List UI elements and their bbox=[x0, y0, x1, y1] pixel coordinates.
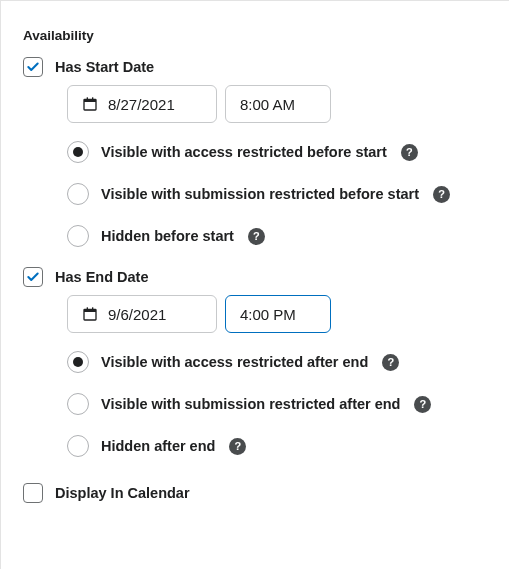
has-start-date-label: Has Start Date bbox=[55, 59, 154, 75]
end-option-submission-restricted-label: Visible with submission restricted after… bbox=[101, 396, 400, 412]
end-option-access-restricted: Visible with access restricted after end… bbox=[67, 351, 487, 373]
end-visibility-options: Visible with access restricted after end… bbox=[67, 351, 487, 457]
svg-rect-3 bbox=[92, 97, 93, 100]
end-option-hidden-radio[interactable] bbox=[67, 435, 89, 457]
end-date-value: 9/6/2021 bbox=[108, 306, 166, 323]
help-icon[interactable]: ? bbox=[229, 438, 246, 455]
end-time-input[interactable]: 4:00 PM bbox=[225, 295, 331, 333]
svg-rect-2 bbox=[87, 97, 88, 100]
svg-rect-1 bbox=[84, 99, 96, 102]
start-option-access-restricted-radio[interactable] bbox=[67, 141, 89, 163]
start-time-value: 8:00 AM bbox=[240, 96, 295, 113]
calendar-icon bbox=[82, 306, 98, 322]
svg-rect-6 bbox=[87, 307, 88, 310]
start-option-access-restricted: Visible with access restricted before st… bbox=[67, 141, 487, 163]
end-date-inputs: 9/6/2021 4:00 PM bbox=[67, 295, 487, 333]
start-time-input[interactable]: 8:00 AM bbox=[225, 85, 331, 123]
has-end-date-row: Has End Date bbox=[23, 267, 487, 287]
availability-panel: Availability Has Start Date 8/27/2021 8:… bbox=[0, 0, 509, 569]
checkmark-icon bbox=[26, 60, 40, 74]
display-in-calendar-row: Display In Calendar bbox=[23, 483, 487, 503]
end-option-submission-restricted: Visible with submission restricted after… bbox=[67, 393, 487, 415]
end-time-value: 4:00 PM bbox=[240, 306, 296, 323]
end-option-access-restricted-label: Visible with access restricted after end bbox=[101, 354, 368, 370]
start-date-inputs: 8/27/2021 8:00 AM bbox=[67, 85, 487, 123]
start-option-hidden-label: Hidden before start bbox=[101, 228, 234, 244]
start-option-submission-restricted-radio[interactable] bbox=[67, 183, 89, 205]
start-option-hidden: Hidden before start ? bbox=[67, 225, 487, 247]
start-option-access-restricted-label: Visible with access restricted before st… bbox=[101, 144, 387, 160]
help-icon[interactable]: ? bbox=[433, 186, 450, 203]
svg-rect-7 bbox=[92, 307, 93, 310]
has-end-date-checkbox[interactable] bbox=[23, 267, 43, 287]
section-title: Availability bbox=[23, 28, 487, 43]
has-end-date-label: Has End Date bbox=[55, 269, 148, 285]
has-start-date-checkbox[interactable] bbox=[23, 57, 43, 77]
start-date-input[interactable]: 8/27/2021 bbox=[67, 85, 217, 123]
start-option-hidden-radio[interactable] bbox=[67, 225, 89, 247]
end-option-hidden: Hidden after end ? bbox=[67, 435, 487, 457]
end-option-access-restricted-radio[interactable] bbox=[67, 351, 89, 373]
calendar-icon bbox=[82, 96, 98, 112]
end-option-hidden-label: Hidden after end bbox=[101, 438, 215, 454]
help-icon[interactable]: ? bbox=[382, 354, 399, 371]
start-date-value: 8/27/2021 bbox=[108, 96, 175, 113]
start-option-submission-restricted-label: Visible with submission restricted befor… bbox=[101, 186, 419, 202]
has-start-date-row: Has Start Date bbox=[23, 57, 487, 77]
end-date-input[interactable]: 9/6/2021 bbox=[67, 295, 217, 333]
start-option-submission-restricted: Visible with submission restricted befor… bbox=[67, 183, 487, 205]
checkmark-icon bbox=[26, 270, 40, 284]
help-icon[interactable]: ? bbox=[401, 144, 418, 161]
svg-rect-5 bbox=[84, 309, 96, 312]
display-in-calendar-label: Display In Calendar bbox=[55, 485, 190, 501]
display-in-calendar-checkbox[interactable] bbox=[23, 483, 43, 503]
help-icon[interactable]: ? bbox=[414, 396, 431, 413]
end-option-submission-restricted-radio[interactable] bbox=[67, 393, 89, 415]
help-icon[interactable]: ? bbox=[248, 228, 265, 245]
start-visibility-options: Visible with access restricted before st… bbox=[67, 141, 487, 247]
